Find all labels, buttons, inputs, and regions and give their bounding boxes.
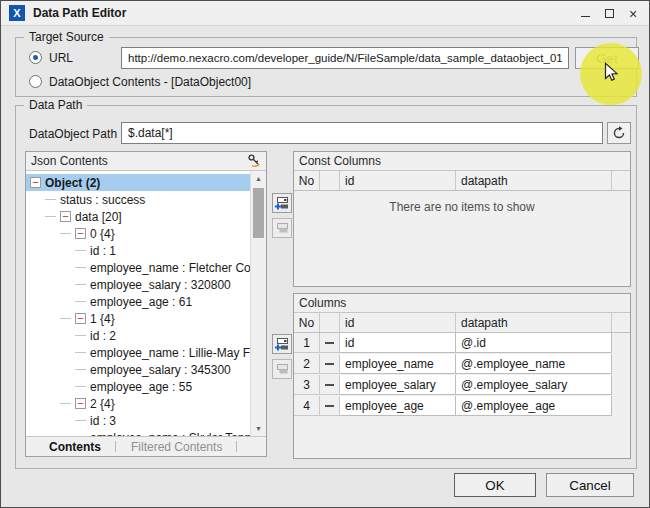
url-radio-label[interactable]: URL bbox=[49, 51, 73, 65]
columns-row[interactable]: 4employee_age@.employee_age bbox=[294, 396, 630, 416]
json-contents-tabs: ContentsFiltered Contents bbox=[26, 436, 266, 456]
row-handle[interactable] bbox=[320, 396, 340, 416]
columns-row[interactable]: 2employee_name@.employee_name bbox=[294, 354, 630, 374]
tree-item-label: employee_name : Fletcher Connolly bbox=[90, 261, 250, 275]
columns-add-button[interactable] bbox=[272, 334, 292, 354]
scroll-up-button[interactable]: ▲ bbox=[251, 171, 266, 186]
tree-item[interactable]: −2 {4} bbox=[26, 395, 250, 412]
columns-row[interactable]: 3employee_salary@.employee_salary bbox=[294, 375, 630, 395]
row-handle-icon bbox=[325, 384, 334, 386]
tree-item-label: employee_salary : 345300 bbox=[90, 363, 231, 377]
cell-trailing bbox=[612, 396, 630, 416]
data-path-editor-dialog: X Data Path Editor × Target Source URL G… bbox=[0, 0, 650, 508]
columns-grid-header: Noiddatapath bbox=[294, 313, 630, 333]
row-handle[interactable] bbox=[320, 375, 340, 395]
tree-collapse-icon[interactable]: − bbox=[75, 313, 86, 324]
remove-row-icon-disabled bbox=[274, 361, 290, 377]
tree-connector bbox=[45, 216, 56, 217]
tree-item[interactable]: −data [20] bbox=[26, 208, 250, 225]
cell-no: 3 bbox=[294, 375, 320, 395]
tree-item[interactable]: employee_name : Fletcher Connolly bbox=[26, 259, 250, 276]
column-header-No: No bbox=[294, 313, 320, 332]
close-button[interactable]: × bbox=[621, 2, 645, 25]
json-tree: −Object (2)status : success−data [20]−0 … bbox=[26, 171, 250, 436]
tree-connector bbox=[75, 301, 86, 302]
column-header-blank bbox=[320, 313, 340, 332]
tab-filtered-contents[interactable]: Filtered Contents bbox=[116, 437, 237, 456]
dataobject-path-input[interactable] bbox=[121, 122, 603, 144]
tree-item[interactable]: id : 3 bbox=[26, 412, 250, 429]
dataobject-contents-radio-label[interactable]: DataObject Contents - [DataObject00] bbox=[49, 75, 251, 89]
tree-item-label: id : 2 bbox=[90, 329, 116, 343]
tree-collapse-icon[interactable]: − bbox=[30, 177, 41, 188]
row-handle[interactable] bbox=[320, 354, 340, 374]
column-header-blank bbox=[612, 171, 630, 190]
tree-scrollbar[interactable]: ▲ ▼ bbox=[250, 171, 266, 436]
tree-collapse-icon[interactable]: − bbox=[60, 211, 71, 222]
tree-item[interactable]: −0 {4} bbox=[26, 225, 250, 242]
cell-trailing bbox=[612, 375, 630, 395]
maximize-button[interactable] bbox=[597, 2, 621, 25]
dataobject-contents-radio[interactable] bbox=[29, 75, 42, 88]
tree-collapse-icon[interactable]: − bbox=[75, 398, 86, 409]
tree-item-label: status : success bbox=[60, 193, 145, 207]
remove-row-icon-disabled bbox=[274, 220, 290, 236]
cell-datapath: @.id bbox=[456, 333, 612, 353]
tree-item[interactable]: employee_name : Lillie-May Fuller bbox=[26, 344, 250, 361]
cell-id: employee_salary bbox=[340, 375, 456, 395]
refresh-icon bbox=[612, 126, 626, 140]
url-input[interactable] bbox=[121, 47, 569, 69]
minimize-button[interactable] bbox=[573, 2, 597, 25]
key-icon[interactable] bbox=[247, 153, 261, 170]
ok-button[interactable]: OK bbox=[454, 473, 536, 497]
cell-no: 4 bbox=[294, 396, 320, 416]
cancel-button[interactable]: Cancel bbox=[546, 473, 634, 497]
row-handle-icon bbox=[325, 342, 334, 344]
tree-connector bbox=[75, 284, 86, 285]
tree-item-label: 2 {4} bbox=[90, 397, 115, 411]
tree-item-label: employee_name : Lillie-May Fuller bbox=[90, 346, 250, 360]
url-radio[interactable] bbox=[29, 51, 42, 64]
const-columns-title: Const Columns bbox=[299, 154, 381, 168]
scroll-down-button[interactable]: ▼ bbox=[251, 421, 266, 436]
nexacro-logo-icon: X bbox=[9, 5, 25, 21]
tree-item[interactable]: employee_name : Skylar Tanner bbox=[26, 429, 250, 436]
column-header-id: id bbox=[340, 313, 456, 332]
cell-trailing bbox=[612, 333, 630, 353]
tree-connector bbox=[75, 267, 86, 268]
refresh-button[interactable] bbox=[607, 122, 631, 144]
cell-no: 2 bbox=[294, 354, 320, 374]
tree-item[interactable]: status : success bbox=[26, 191, 250, 208]
tree-collapse-icon[interactable]: − bbox=[75, 228, 86, 239]
cell-datapath: @.employee_salary bbox=[456, 375, 612, 395]
tree-item[interactable]: −Object (2) bbox=[26, 174, 250, 191]
tree-item[interactable]: employee_salary : 320800 bbox=[26, 276, 250, 293]
titlebar[interactable]: X Data Path Editor × bbox=[1, 1, 649, 26]
scroll-down-icon: ▼ bbox=[255, 425, 262, 432]
tree-item-label: id : 1 bbox=[90, 244, 116, 258]
tree-connector bbox=[45, 199, 56, 200]
row-handle[interactable] bbox=[320, 333, 340, 353]
tree-item[interactable]: −1 {4} bbox=[26, 310, 250, 327]
scrollbar-thumb[interactable] bbox=[253, 188, 264, 238]
columns-row[interactable]: 1id@.id bbox=[294, 333, 630, 353]
row-handle-icon bbox=[325, 363, 334, 365]
tree-item[interactable]: id : 2 bbox=[26, 327, 250, 344]
tree-item-label: 1 {4} bbox=[90, 312, 115, 326]
tree-item[interactable]: id : 1 bbox=[26, 242, 250, 259]
add-row-icon bbox=[274, 336, 290, 352]
cell-id: id bbox=[340, 333, 456, 353]
column-header-No: No bbox=[294, 171, 320, 190]
column-header-datapath: datapath bbox=[456, 313, 612, 332]
tab-contents[interactable]: Contents bbox=[34, 437, 116, 456]
tree-item[interactable]: employee_age : 55 bbox=[26, 378, 250, 395]
const-columns-add-button[interactable] bbox=[272, 193, 292, 213]
const-columns-grid-body[interactable]: There are no items to show bbox=[294, 191, 630, 286]
window-title: Data Path Editor bbox=[33, 6, 126, 20]
tree-item[interactable]: employee_salary : 345300 bbox=[26, 361, 250, 378]
empty-message: There are no items to show bbox=[294, 191, 630, 214]
column-header-blank bbox=[320, 171, 340, 190]
tree-item[interactable]: employee_age : 61 bbox=[26, 293, 250, 310]
columns-remove-button[interactable] bbox=[272, 359, 292, 379]
const-columns-remove-button[interactable] bbox=[272, 218, 292, 238]
